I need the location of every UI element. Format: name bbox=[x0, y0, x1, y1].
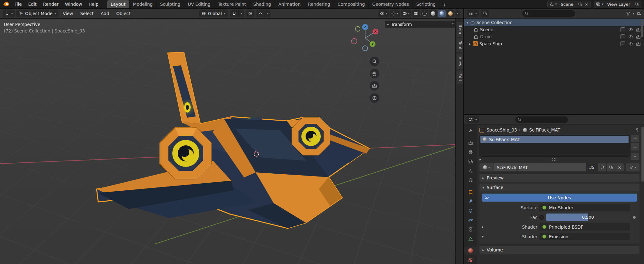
gizmo-minus-x[interactable] bbox=[352, 39, 357, 44]
outliner-scrollbar[interactable] bbox=[641, 20, 643, 37]
outliner-row-droid[interactable]: Droid bbox=[464, 33, 644, 40]
outliner-editor-type-dropdown[interactable]: ▾ bbox=[467, 10, 479, 17]
users-count-button[interactable]: 35 bbox=[586, 163, 598, 171]
camera-visibility-icon[interactable] bbox=[636, 27, 641, 32]
tab-texture[interactable] bbox=[464, 256, 477, 264]
tab-modifiers[interactable] bbox=[464, 197, 477, 205]
row-label[interactable]: Scene Collection bbox=[477, 20, 513, 25]
material-slot-list[interactable]: SciFiPack_MAT bbox=[479, 135, 630, 157]
new-collection-icon[interactable] bbox=[637, 11, 641, 16]
navigation-gizmo[interactable]: Z X Y bbox=[350, 23, 381, 53]
menu-edit[interactable]: Edit bbox=[25, 1, 40, 8]
workspace-tab-sculpting[interactable]: Sculpting bbox=[156, 0, 184, 8]
xray-toggle[interactable] bbox=[412, 10, 420, 17]
workspace-tab-geometry-nodes[interactable]: Geometry Nodes bbox=[369, 0, 413, 8]
exclude-checkbox[interactable] bbox=[620, 34, 625, 39]
material-link-dropdown[interactable]: ▾ bbox=[626, 163, 639, 171]
menu-window[interactable]: Window bbox=[62, 1, 85, 8]
properties-scrollbar[interactable] bbox=[641, 127, 644, 182]
camera-visibility-icon[interactable] bbox=[636, 41, 641, 46]
fac-slider[interactable]: 0.500 bbox=[546, 214, 630, 221]
tab-constraints[interactable] bbox=[464, 225, 477, 233]
browse-material-button[interactable]: ▾ bbox=[479, 163, 494, 171]
shading-solid-button[interactable] bbox=[429, 10, 437, 17]
outliner-search-input[interactable] bbox=[522, 10, 575, 17]
viewport-menu-view[interactable]: View bbox=[60, 10, 76, 17]
sidebar-tab-view[interactable]: View bbox=[457, 54, 463, 69]
panel-grip-icon[interactable] bbox=[451, 23, 455, 26]
mode-dropdown[interactable]: Object Mode ▾ bbox=[16, 10, 59, 17]
pin-icon[interactable] bbox=[635, 128, 639, 132]
snap-magnet-toggle[interactable] bbox=[230, 10, 238, 17]
exclude-checkbox[interactable] bbox=[620, 27, 625, 32]
tab-particles[interactable] bbox=[464, 207, 477, 215]
tab-tool[interactable] bbox=[464, 127, 477, 135]
fake-user-shield-button[interactable] bbox=[598, 163, 606, 171]
workspace-tab-animation[interactable]: Animation bbox=[275, 0, 305, 8]
tab-view-layer[interactable] bbox=[464, 158, 477, 166]
editor-type-dropdown[interactable]: ▾ bbox=[3, 10, 15, 17]
spaceship-model[interactable] bbox=[93, 48, 370, 234]
keyframe-decorator-icon[interactable] bbox=[633, 216, 636, 219]
gizmo-minus-z[interactable] bbox=[363, 46, 368, 51]
scene-unlink-icon[interactable]: × bbox=[584, 2, 589, 7]
surface-panel-header[interactable]: ▾ Surface bbox=[479, 184, 639, 191]
workspace-tab-shading[interactable]: Shading bbox=[250, 0, 275, 8]
workspace-tab-texture-paint[interactable]: Texture Paint bbox=[214, 0, 250, 8]
tab-physics[interactable] bbox=[464, 216, 477, 224]
menu-file[interactable]: File bbox=[12, 1, 25, 8]
tab-scene[interactable] bbox=[464, 167, 477, 175]
gizmo-minus-y[interactable] bbox=[355, 27, 360, 32]
scene-icon[interactable] bbox=[549, 2, 554, 6]
transform-orientation-dropdown[interactable]: Global ▾ bbox=[199, 10, 228, 17]
viewport-menu-add[interactable]: Add bbox=[98, 10, 112, 17]
outliner-display-mode-dropdown[interactable] bbox=[481, 10, 489, 17]
unlink-material-button[interactable]: × bbox=[615, 163, 624, 171]
outliner-row-scene[interactable]: Scene bbox=[464, 26, 644, 33]
gizmo-z-axis[interactable]: Z bbox=[364, 25, 366, 29]
workspace-tab-scripting[interactable]: Scripting bbox=[413, 0, 440, 8]
eye-icon[interactable] bbox=[628, 27, 633, 32]
add-slot-button[interactable]: + bbox=[631, 135, 639, 142]
scene-browse-chevron-icon[interactable]: ▾ bbox=[555, 3, 557, 6]
tab-material[interactable] bbox=[464, 247, 477, 255]
gizmos-dropdown[interactable]: ▾ bbox=[390, 10, 400, 17]
expand-right-icon[interactable]: ▸ bbox=[469, 42, 471, 46]
viewport-menu-select[interactable]: Select bbox=[77, 10, 97, 17]
expand-right-icon[interactable]: ▸ bbox=[479, 158, 481, 161]
tab-world[interactable] bbox=[464, 176, 477, 184]
expand-down-icon[interactable]: ▾ bbox=[467, 21, 469, 24]
workspace-tab-compositing[interactable]: Compositing bbox=[334, 0, 369, 8]
pan-hand-button[interactable] bbox=[370, 69, 379, 78]
camera-visibility-icon[interactable] bbox=[636, 34, 641, 39]
eye-icon[interactable] bbox=[628, 34, 633, 39]
sidebar-tab-item[interactable]: Item bbox=[457, 22, 463, 37]
overlays-dropdown[interactable]: ▾ bbox=[401, 10, 411, 17]
transform-panel-collapsed[interactable]: ▸ Transform bbox=[385, 21, 455, 28]
scene-copy-icon[interactable] bbox=[577, 2, 583, 6]
surface-shader-dropdown[interactable]: Mix Shader bbox=[539, 204, 630, 211]
shader1-dropdown[interactable]: Principled BSDF bbox=[539, 223, 630, 231]
camera-view-button[interactable] bbox=[370, 81, 379, 91]
perspective-toggle-button[interactable] bbox=[370, 93, 379, 103]
view-layer-name[interactable]: View Layer bbox=[605, 2, 633, 7]
menu-render[interactable]: Render bbox=[40, 1, 62, 8]
breadcrumb-object[interactable]: SpaceShip_03 bbox=[487, 127, 517, 132]
shading-wireframe-button[interactable] bbox=[421, 10, 428, 17]
workspace-tab-uv-editing[interactable]: UV Editing bbox=[184, 0, 214, 8]
viewport-canvas[interactable]: User Perspective (72) Scene Collection |… bbox=[0, 19, 455, 264]
expand-right-icon[interactable]: ▸ bbox=[482, 235, 487, 238]
filter-chevron-icon[interactable]: ▾ bbox=[633, 12, 634, 15]
snap-options-dropdown[interactable]: ▾ bbox=[238, 10, 244, 17]
object-type-visibility-dropdown[interactable]: ▾ bbox=[378, 10, 389, 17]
breadcrumb-material[interactable]: SciFiPack_MAT bbox=[529, 127, 560, 132]
remove-slot-button[interactable]: − bbox=[631, 143, 639, 150]
view-layer-copy-icon[interactable] bbox=[634, 2, 639, 6]
tab-output[interactable] bbox=[464, 148, 477, 156]
proportional-editing-toggle[interactable] bbox=[246, 10, 254, 17]
preview-panel-header[interactable]: ▸ Preview bbox=[479, 174, 639, 182]
workspace-tab-modeling[interactable]: Modeling bbox=[129, 0, 156, 8]
shading-material-preview-button[interactable] bbox=[438, 10, 446, 17]
gizmo-x-axis[interactable]: X bbox=[374, 30, 377, 33]
list-resize-grip[interactable] bbox=[552, 158, 557, 161]
